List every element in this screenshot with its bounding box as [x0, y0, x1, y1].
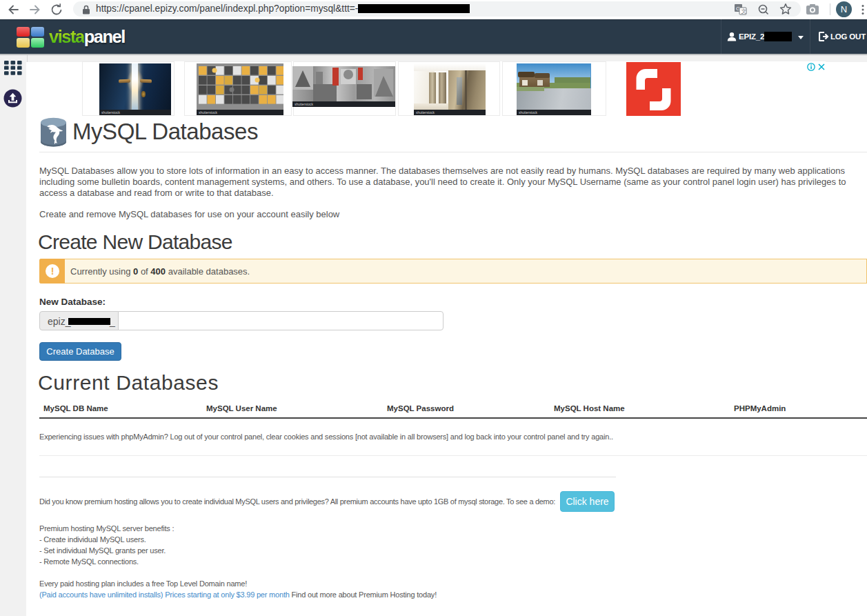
svg-text:文: 文 — [741, 8, 747, 14]
